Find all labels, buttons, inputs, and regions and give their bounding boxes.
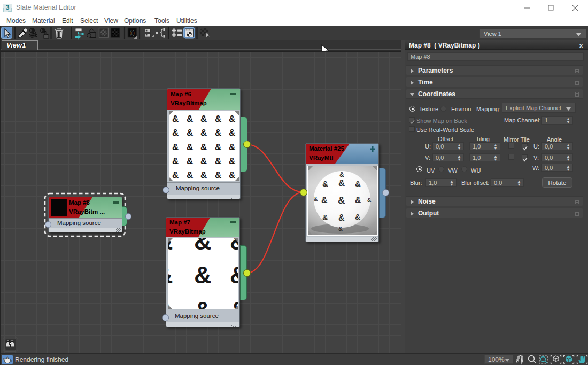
svg-text:0: 0 xyxy=(130,29,135,37)
svg-text:&: & xyxy=(314,196,318,202)
svg-text:&&&&&: &&&&& xyxy=(172,170,235,180)
svg-text:&: & xyxy=(355,179,361,188)
svg-text:&&&: &&& xyxy=(168,261,238,289)
svg-text:&&&: &&& xyxy=(168,297,238,309)
svg-text:&&&&&: &&&&& xyxy=(172,128,235,138)
svg-text:&&&: &&& xyxy=(168,238,238,255)
svg-text:&&&&&: &&&&& xyxy=(172,114,235,124)
svg-text:&: & xyxy=(338,226,343,232)
svg-text:&: & xyxy=(339,171,344,178)
svg-text:&&&&&: &&&&& xyxy=(172,156,235,166)
svg-text:&: & xyxy=(355,213,360,221)
svg-text:&: & xyxy=(322,179,328,188)
svg-text:&: & xyxy=(367,197,371,203)
svg-text:&: & xyxy=(321,196,328,205)
svg-text:&&&&&: &&&&& xyxy=(172,142,235,152)
svg-text:&: & xyxy=(338,213,345,222)
svg-text:&: & xyxy=(338,178,345,188)
svg-text:&: & xyxy=(355,196,361,205)
svg-text:&: & xyxy=(338,195,345,206)
svg-text:&: & xyxy=(322,213,328,222)
